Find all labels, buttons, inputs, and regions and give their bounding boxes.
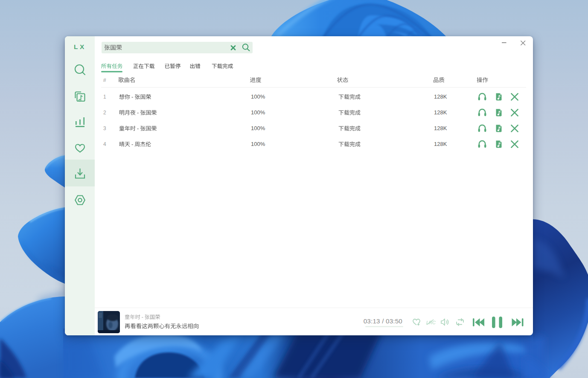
svg-text:1: 1 (103, 94, 106, 100)
svg-text:100%: 100% (251, 125, 265, 131)
svg-text:100%: 100% (251, 141, 265, 147)
svg-text:100%: 100% (251, 109, 265, 116)
svg-text:128K: 128K (434, 109, 447, 116)
svg-text:2: 2 (103, 110, 106, 116)
svg-text:100%: 100% (251, 93, 265, 100)
svg-text:03:13 / 03:50: 03:13 / 03:50 (364, 317, 402, 325)
svg-text:3: 3 (103, 125, 106, 131)
svg-text:#: # (103, 77, 106, 83)
svg-text:128K: 128K (434, 125, 447, 131)
svg-text:4: 4 (103, 141, 106, 147)
svg-text:128K: 128K (434, 141, 447, 147)
svg-text:128K: 128K (434, 93, 447, 100)
svg-text:LX: LX (74, 43, 86, 50)
